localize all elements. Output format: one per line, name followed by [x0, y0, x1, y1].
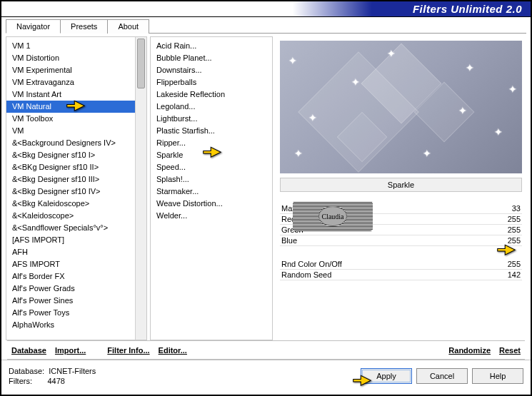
filter-item[interactable]: Lakeside Reflection: [151, 88, 272, 101]
scrollbar-thumb[interactable]: [137, 39, 145, 88]
tab-about[interactable]: About: [107, 19, 149, 34]
param-label: Random Seed: [281, 270, 492, 279]
link-import[interactable]: Import...: [55, 346, 86, 355]
category-item[interactable]: AFH: [6, 246, 135, 258]
right-panel: ✦✦ ✦✦ ✦✦ ✦✦ ✦✦ Sparkle Max Size33Red255G…: [276, 36, 526, 340]
category-item[interactable]: Alf's Power Grads: [6, 283, 135, 295]
category-scrollbar[interactable]: [135, 37, 146, 340]
footer-info: Database: ICNET-Filters Filters: 4478: [9, 366, 361, 386]
watermark: Claudia: [293, 201, 373, 231]
filter-item[interactable]: Starmaker...: [151, 186, 272, 198]
category-item[interactable]: [AFS IMPORT]: [6, 234, 135, 246]
link-filter-info[interactable]: Filter Info...: [107, 346, 149, 355]
bottom-link-bar: Database Import... Filter Info... Editor…: [1, 341, 531, 359]
category-list-panel: VM 1VM DistortionVM ExperimentalVM Extra…: [6, 36, 147, 340]
param-row[interactable]: Blue255: [280, 235, 522, 246]
filters-count-label: Filters:: [9, 377, 32, 385]
app-title: Filters Unlimited 2.0: [413, 3, 522, 15]
category-item[interactable]: VM Extravaganza: [6, 76, 135, 88]
filter-item[interactable]: Ripper...: [151, 137, 272, 149]
main-area: VM 1VM DistortionVM ExperimentalVM Extra…: [1, 34, 531, 340]
preview-image: ✦✦ ✦✦ ✦✦ ✦✦ ✦✦: [280, 41, 522, 173]
param-row[interactable]: Random Seed142: [280, 270, 522, 280]
category-list[interactable]: VM 1VM DistortionVM ExperimentalVM Extra…: [6, 37, 135, 340]
category-item[interactable]: &<Background Designers IV>: [6, 137, 135, 149]
category-item[interactable]: &<Bkg Kaleidoscope>: [6, 198, 135, 210]
footer-buttons: Apply Cancel Help: [361, 368, 523, 384]
param-value: 255: [492, 225, 521, 234]
filter-item[interactable]: Flipperballs: [151, 76, 272, 88]
footer: Database: ICNET-Filters Filters: 4478 Ap…: [1, 360, 531, 390]
filter-item[interactable]: Lightburst...: [151, 113, 272, 125]
title-bar: Filters Unlimited 2.0: [1, 1, 531, 17]
tab-strip: Navigator Presets About: [6, 19, 531, 34]
category-item[interactable]: &<Bkg Designer sf10 IV>: [6, 186, 135, 198]
category-item[interactable]: VM: [6, 125, 135, 137]
filter-item[interactable]: Sparkle: [151, 149, 272, 161]
param-label: Rnd Color On/Off: [281, 260, 492, 268]
param-value: 255: [492, 260, 521, 268]
category-item[interactable]: AlphaWorks: [6, 319, 135, 331]
watermark-text: Claudia: [318, 206, 347, 226]
category-item[interactable]: Alf's Border FX: [6, 270, 135, 283]
category-item[interactable]: &<Kaleidoscope>: [6, 210, 135, 222]
filter-item[interactable]: Downstairs...: [151, 64, 272, 76]
link-reset[interactable]: Reset: [499, 346, 521, 355]
category-item[interactable]: Alf's Power Toys: [6, 307, 135, 319]
filter-item[interactable]: Speed...: [151, 161, 272, 173]
tab-presets[interactable]: Presets: [60, 19, 108, 34]
db-value: ICNET-Filters: [49, 367, 96, 375]
filter-item[interactable]: Plastic Starfish...: [151, 125, 272, 137]
filter-item[interactable]: Acid Rain...: [151, 40, 272, 52]
category-item[interactable]: VM Instant Art: [6, 88, 135, 101]
category-item[interactable]: AFS IMPORT: [6, 258, 135, 270]
category-item[interactable]: &<BKg Designer sf10 II>: [6, 161, 135, 173]
link-database[interactable]: Database: [11, 346, 46, 355]
param-value: 142: [492, 270, 521, 279]
category-item[interactable]: VM 1: [6, 40, 135, 52]
category-item[interactable]: VM Natural: [6, 101, 135, 113]
param-value: 255: [492, 215, 521, 223]
category-item[interactable]: &<Bkg Designer sf10 III>: [6, 173, 135, 186]
category-item[interactable]: &<Bkg Designer sf10 I>: [6, 149, 135, 161]
param-label: Blue: [281, 236, 492, 245]
filter-list[interactable]: Acid Rain...Bubble Planet...Downstairs..…: [150, 36, 273, 340]
link-randomize[interactable]: Randomize: [448, 346, 491, 355]
param-row[interactable]: Rnd Color On/Off255: [280, 259, 522, 270]
parameter-group-b: Rnd Color On/Off255Random Seed142: [280, 259, 522, 280]
filters-count-value: 4478: [47, 377, 64, 385]
category-item[interactable]: VM Distortion: [6, 52, 135, 64]
filter-item[interactable]: Welder...: [151, 210, 272, 222]
apply-button[interactable]: Apply: [361, 368, 412, 384]
db-label: Database:: [9, 367, 44, 375]
category-item[interactable]: &<Sandflower Specials°v°>: [6, 222, 135, 234]
help-button[interactable]: Help: [472, 368, 523, 384]
filter-item[interactable]: Weave Distortion...: [151, 198, 272, 210]
filter-item[interactable]: Splash!...: [151, 173, 272, 186]
filter-item[interactable]: Legoland...: [151, 101, 272, 113]
param-value: 33: [492, 204, 521, 213]
current-filter-label: Sparkle: [280, 178, 522, 192]
category-item[interactable]: VM Toolbox: [6, 113, 135, 125]
category-item[interactable]: VM Experimental: [6, 64, 135, 76]
filter-item[interactable]: Bubble Planet...: [151, 52, 272, 64]
cancel-button[interactable]: Cancel: [416, 368, 468, 384]
tab-navigator[interactable]: Navigator: [6, 19, 61, 34]
param-value: 255: [492, 236, 521, 245]
category-item[interactable]: Alf's Power Sines: [6, 295, 135, 307]
link-editor[interactable]: Editor...: [159, 346, 187, 355]
